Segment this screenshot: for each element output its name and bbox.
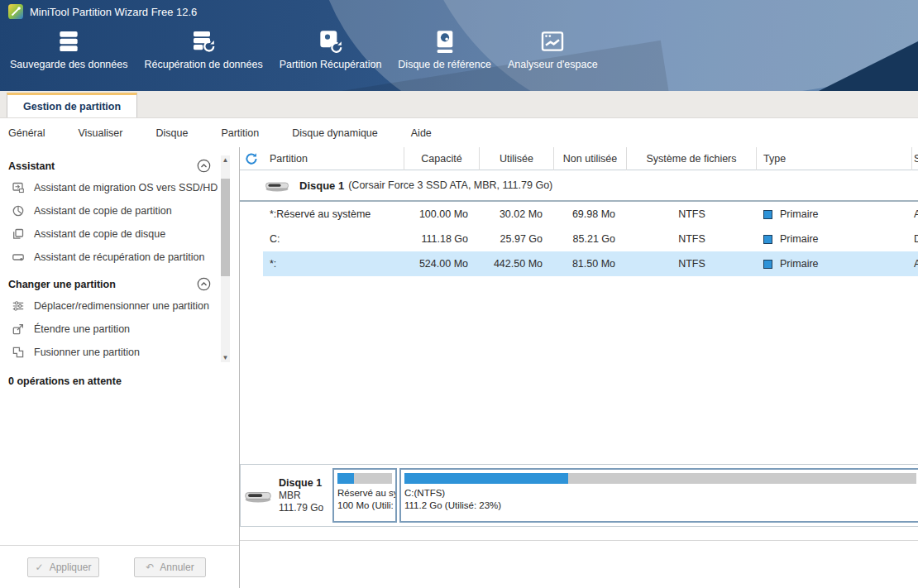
partition-recovery-icon xyxy=(318,28,344,55)
recover-partition-icon xyxy=(12,251,25,264)
wizard-logo-icon xyxy=(8,4,23,19)
scrollbar-down-arrow[interactable]: ▼ xyxy=(221,353,230,362)
partition-row-system-reserved[interactable]: *:Réservé au système 100.00 Mo 30.02 Mo … xyxy=(240,202,918,227)
scrollbar-up-arrow[interactable]: ▲ xyxy=(221,155,230,165)
move-resize-icon xyxy=(12,299,25,313)
primary-type-icon xyxy=(763,260,772,269)
sidebar-scroll-region: Assistant Assistant de migration OS vers… xyxy=(0,147,239,369)
column-header-used[interactable]: Utilisée xyxy=(480,147,554,170)
toolbar-data-recovery[interactable]: Récupération de données xyxy=(136,23,270,70)
menu-help[interactable]: Aide xyxy=(411,127,432,139)
toolbar-data-backup[interactable]: Sauvegarde des données xyxy=(2,23,136,70)
apply-button[interactable]: ✓ Appliquer xyxy=(27,557,99,577)
toolbar-space-analyzer[interactable]: Analyseur d'espace xyxy=(500,23,606,70)
scrollbar-thumb[interactable] xyxy=(221,179,230,276)
block-label: C:(NTFS) xyxy=(404,487,916,500)
column-header-type[interactable]: Type xyxy=(757,147,912,170)
refresh-button[interactable] xyxy=(240,147,263,170)
disk-map: Disque 1 MBR 111.79 Go Réservé au sy 100… xyxy=(240,464,918,527)
menu-partition[interactable]: Partition xyxy=(221,127,259,139)
disk-map-block-c-drive[interactable]: C:(NTFS) 111.2 Go (Utilisé: 23%) xyxy=(399,468,918,523)
divider xyxy=(240,540,918,541)
toolbar-disk-benchmark[interactable]: Disque de référence xyxy=(390,23,500,70)
column-header-capacity[interactable]: Capacité xyxy=(404,147,480,170)
sidebar-item-move-resize[interactable]: Déplacer/redimensionner une partition xyxy=(0,294,239,318)
sidebar-section-wizard: Assistant xyxy=(0,155,239,176)
partition-name: *:Réservé au système xyxy=(263,202,404,227)
disk-benchmark-icon xyxy=(432,28,458,55)
column-header-partition[interactable]: Partition xyxy=(263,147,404,170)
partition-status: A xyxy=(912,251,918,276)
primary-type-icon xyxy=(763,235,772,244)
disk-map-block-system-reserved[interactable]: Réservé au sy 100 Mo (Utili: xyxy=(332,468,397,523)
os-migration-icon xyxy=(12,181,25,194)
partition-table-header: Partition Capacité Utilisée Non utilisée… xyxy=(240,147,918,170)
space-analyzer-icon xyxy=(539,28,566,55)
data-backup-icon xyxy=(55,28,82,55)
partition-name: *: xyxy=(263,251,404,276)
partition-filesystem: NTFS xyxy=(627,227,757,251)
undo-button[interactable]: ↶ Annuler xyxy=(134,557,206,577)
primary-type-icon xyxy=(763,210,772,219)
toolbar-partition-recovery[interactable]: Partition Récupération xyxy=(271,23,390,70)
partition-capacity: 100.00 Mo xyxy=(404,202,480,227)
disk-map-disk-label[interactable]: Disque 1 MBR 111.79 Go xyxy=(241,465,332,526)
sidebar-item-migrate-os[interactable]: Assistant de migration OS vers SSD/HD xyxy=(0,176,239,199)
partition-name: C: xyxy=(263,227,404,251)
tab-strip: Gestion de partition xyxy=(0,91,918,118)
menu-general[interactable]: Général xyxy=(8,127,45,139)
disk-map-capacity: 111.79 Go xyxy=(279,502,323,514)
main-panel: Partition Capacité Utilisée Non utilisée… xyxy=(240,147,918,588)
partition-type: Primaire xyxy=(757,251,912,276)
partition-used: 442.50 Mo xyxy=(480,251,554,276)
sidebar-item-copy-disk[interactable]: Assistant de copie de disque xyxy=(0,222,239,246)
block-label: Réservé au sy xyxy=(337,487,392,500)
menu-disk[interactable]: Disque xyxy=(155,127,188,139)
collapse-chevron-icon[interactable] xyxy=(197,159,211,173)
partition-filesystem: NTFS xyxy=(627,251,757,276)
collapse-chevron-icon[interactable] xyxy=(197,277,211,291)
menu-view[interactable]: Visualiser xyxy=(78,127,122,139)
titlebar: MiniTool Partition Wizard Free 12.6 xyxy=(0,0,918,23)
partition-capacity: 111.18 Go xyxy=(404,227,480,251)
menu-dynamic-disk[interactable]: Disque dynamique xyxy=(292,127,378,139)
sidebar-scrollbar[interactable]: ▲ ▼ xyxy=(221,155,230,362)
data-recovery-icon xyxy=(190,28,217,55)
sidebar: Assistant Assistant de migration OS vers… xyxy=(0,147,240,588)
partition-status: A xyxy=(912,202,918,227)
window-title: MiniTool Partition Wizard Free 12.6 xyxy=(30,6,197,18)
partition-unused: 81.50 Mo xyxy=(554,251,627,276)
tab-partition-management[interactable]: Gestion de partition xyxy=(7,93,137,117)
partition-type: Primaire xyxy=(757,202,912,227)
column-header-status[interactable]: S xyxy=(912,147,918,170)
sidebar-item-partition-recovery[interactable]: Assistant de récupération de partition xyxy=(0,246,239,269)
sidebar-item-split-partition[interactable]: Diviser une partition xyxy=(0,364,239,369)
column-header-unused[interactable]: Non utilisée xyxy=(554,147,627,170)
copy-disk-icon xyxy=(12,227,25,241)
partition-unused: 85.21 Go xyxy=(554,227,627,251)
partition-row-unlabeled[interactable]: *: 524.00 Mo 442.50 Mo 81.50 Mo NTFS Pri… xyxy=(240,251,918,276)
sidebar-item-merge-partition[interactable]: Fusionner une partition xyxy=(0,341,239,364)
usage-bar xyxy=(337,473,392,484)
disk-map-partition-table: MBR xyxy=(279,490,323,502)
pending-operations-label: 0 opérations en attente xyxy=(0,369,239,387)
sidebar-item-copy-partition[interactable]: Assistant de copie de partition xyxy=(0,199,239,222)
disk-group-row[interactable]: Disque 1 (Corsair Force 3 SSD ATA, MBR, … xyxy=(240,170,918,202)
sidebar-item-extend-partition[interactable]: Étendre une partition xyxy=(0,318,239,341)
partition-capacity: 524.00 Mo xyxy=(404,251,480,276)
extend-partition-icon xyxy=(12,323,25,336)
refresh-icon xyxy=(245,152,258,165)
partition-unused: 69.98 Mo xyxy=(554,202,627,227)
disk-name: Disque 1 xyxy=(299,179,344,192)
usage-bar xyxy=(404,473,916,484)
main-toolbar: Sauvegarde des données Récupération de d… xyxy=(0,23,918,70)
column-header-filesystem[interactable]: Système de fichiers xyxy=(627,147,757,170)
partition-row-c-drive[interactable]: C: 111.18 Go 25.97 Go 85.21 Go NTFS Prim… xyxy=(240,227,918,251)
partition-filesystem: NTFS xyxy=(627,202,757,227)
footer-button-bar: ✓ Appliquer ↶ Annuler xyxy=(0,545,239,588)
disk-icon xyxy=(244,489,272,503)
header: MiniTool Partition Wizard Free 12.6 Sauv… xyxy=(0,0,918,91)
block-size-label: 100 Mo (Utili: xyxy=(337,500,392,512)
sidebar-section-change-partition: Changer une partition xyxy=(0,274,239,294)
app-window: MiniTool Partition Wizard Free 12.6 Sauv… xyxy=(0,0,918,588)
